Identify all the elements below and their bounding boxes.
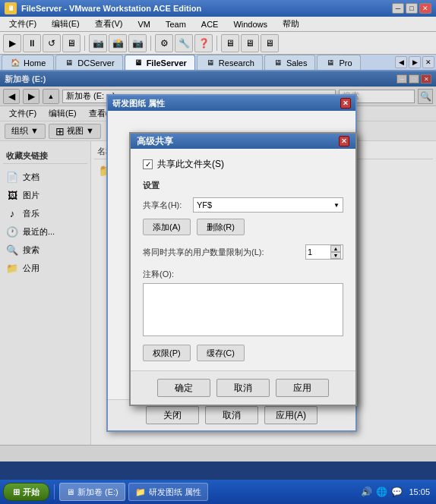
taskbar-item-props[interactable]: 📁 研发图纸 属性 [128,483,208,501]
title-bar-controls: ─ □ ✕ [392,3,431,14]
adv-share-dialog: 高级共享 ✕ ✓ 共享此文件夹(S) 设置 共享名(H): YF$ ▼ 添加(A… [129,132,357,406]
share-checkbox-row: ✓ 共享此文件夹(S) [143,158,343,171]
toolbar-btn-config[interactable]: 🔧 [175,34,193,52]
cancel-button[interactable]: 取消 [216,379,270,397]
spinner-up[interactable]: ▲ [330,245,341,252]
tab-research[interactable]: 🖥 Research [197,55,263,70]
share-name-row: 共享名(H): YF$ ▼ [143,197,343,213]
tab-next-button[interactable]: ▶ [409,56,421,68]
toolbar-btn-snapshot3[interactable]: 📷 [128,34,147,52]
tab-fileserver-label: FileServer [147,58,187,68]
taskbar-item-label-1: 新加卷 (E:) [77,487,118,498]
tray-icon-msg: 💬 [390,486,403,498]
tray-icons: 🔊 🌐 💬 [360,486,403,498]
permissions-cache-row: 权限(P) 缓存(C) [143,345,343,361]
toolbar-btn-restart[interactable]: ↺ [43,34,61,52]
settings-section-label: 设置 [143,180,343,191]
research-icon: 🖥 [205,58,216,68]
dialog-title-text: 高级共享 [137,135,173,148]
sales-icon: 🖥 [273,58,283,68]
limit-spinner[interactable]: 1 ▲ ▼ [305,244,343,260]
toolbar-btn-1[interactable]: ▶ [3,34,21,52]
add-button[interactable]: 添加(A) [143,219,191,235]
ok-button[interactable]: 确定 [157,379,210,397]
taskbar: ⊞ 开始 🖥 新加卷 (E:) 📁 研发图纸 属性 🔊 🌐 💬 15:05 [0,480,436,504]
limit-value: 1 [308,247,312,257]
tab-pro[interactable]: 🖥 Pro [317,55,360,70]
toolbar-btn-help[interactable]: ❓ [194,34,213,52]
add-delete-row: 添加(A) 删除(R) [143,219,343,235]
share-checkbox[interactable]: ✓ [143,159,153,169]
dialog-close-button[interactable]: ✕ [339,136,349,146]
title-bar-left: 🖥 FileServer - VMware Workstation ACE Ed… [5,2,201,14]
restore-button[interactable]: □ [406,3,418,14]
tab-close-button[interactable]: ✕ [422,56,434,68]
tab-dcserver-label: DCServer [77,58,114,68]
tray-icon-network: 🌐 [375,486,387,498]
tab-home-label: Home [24,58,46,68]
tab-dcserver[interactable]: 🖥 DCServer [55,55,122,70]
props-close-btn[interactable]: 关闭 [146,406,199,424]
menu-team[interactable]: Team [160,18,192,30]
comment-textarea[interactable] [143,283,343,336]
toolbar-btn-snapshot2[interactable]: 📸 [109,34,127,52]
toolbar-btn-vm2[interactable]: 🖥 [241,34,259,52]
permissions-button[interactable]: 权限(P) [143,345,191,361]
props-cancel-btn[interactable]: 取消 [205,406,258,424]
pro-icon: 🖥 [325,58,336,68]
toolbar: ▶ ⏸ ↺ 🖥 📷 📸 📷 ⚙ 🔧 ❓ 🖥 🖥 🖥 [0,32,436,55]
toolbar-btn-vm1[interactable]: 🖥 [221,34,239,52]
taskbar-sep [54,484,55,499]
tab-sales[interactable]: 🖥 Sales [264,55,316,70]
spinner-arrows: ▲ ▼ [330,245,341,259]
dcserver-icon: 🖥 [64,58,74,68]
menu-help[interactable]: 帮助 [276,17,305,31]
tab-sales-label: Sales [286,58,308,68]
toolbar-sep-3 [216,36,217,51]
spinner-down[interactable]: ▼ [330,252,341,259]
taskbar-right: 🔊 🌐 💬 15:05 [360,486,433,498]
menu-windows[interactable]: Windows [227,18,273,30]
tab-home[interactable]: 🏠 Home [2,55,54,70]
dialog-title-bar: 高级共享 ✕ [131,134,355,149]
menu-file[interactable]: 文件(F) [3,17,43,31]
toolbar-btn-more[interactable]: ⚙ [155,34,173,52]
close-button[interactable]: ✕ [419,3,431,14]
menu-bar: 文件(F) 编辑(E) 查看(V) VM Team ACE Windows 帮助 [0,17,436,32]
title-bar: 🖥 FileServer - VMware Workstation ACE Ed… [0,0,436,17]
start-label: 开始 [23,487,39,498]
toolbar-btn-snapshot[interactable]: 📷 [89,34,107,52]
cache-button[interactable]: 缓存(C) [197,345,245,361]
start-button[interactable]: ⊞ 开始 [3,483,49,501]
tab-fileserver[interactable]: 🖥 FileServer [125,55,195,70]
tab-nav: ◀ ▶ ✕ [395,56,434,70]
dialog-body: ✓ 共享此文件夹(S) 设置 共享名(H): YF$ ▼ 添加(A) 删除(R)… [131,149,355,370]
menu-ace[interactable]: ACE [195,18,225,30]
props-apply-btn[interactable]: 应用(A) [264,406,318,424]
tab-bar: 🏠 Home 🖥 DCServer 🖥 FileServer 🖥 Researc… [0,55,436,71]
share-name-dropdown[interactable]: YF$ ▼ [193,197,343,213]
props-close-button[interactable]: ✕ [340,98,351,109]
dropdown-arrow-icon: ▼ [333,202,340,209]
toolbar-sep-1 [84,36,85,51]
limit-label: 将同时共享的用户数量限制为(L): [143,247,301,258]
toolbar-btn-stop[interactable]: 🖥 [62,34,81,52]
menu-view[interactable]: 查看(V) [89,17,129,31]
minimize-button[interactable]: ─ [392,3,404,14]
menu-edit[interactable]: 编辑(E) [46,17,86,31]
start-icon: ⊞ [13,487,20,497]
app-icon: 🖥 [5,2,17,14]
taskbar-item-icon-2: 📁 [135,487,146,497]
menu-vm[interactable]: VM [131,18,156,30]
toolbar-btn-vm3[interactable]: 🖥 [261,34,279,52]
confirm-row: 确定 取消 应用 [131,370,355,405]
toolbar-btn-2[interactable]: ⏸ [23,34,41,52]
props-title-text: 研发图纸 属性 [112,98,165,109]
home-icon: 🏠 [10,58,21,68]
share-checkbox-label: 共享此文件夹(S) [157,158,224,171]
taskbar-item-explorer[interactable]: 🖥 新加卷 (E:) [59,483,125,501]
tray-icon-sound: 🔊 [360,486,372,498]
tab-prev-button[interactable]: ◀ [395,56,407,68]
delete-button[interactable]: 删除(R) [197,219,245,235]
apply-button[interactable]: 应用 [276,379,329,397]
